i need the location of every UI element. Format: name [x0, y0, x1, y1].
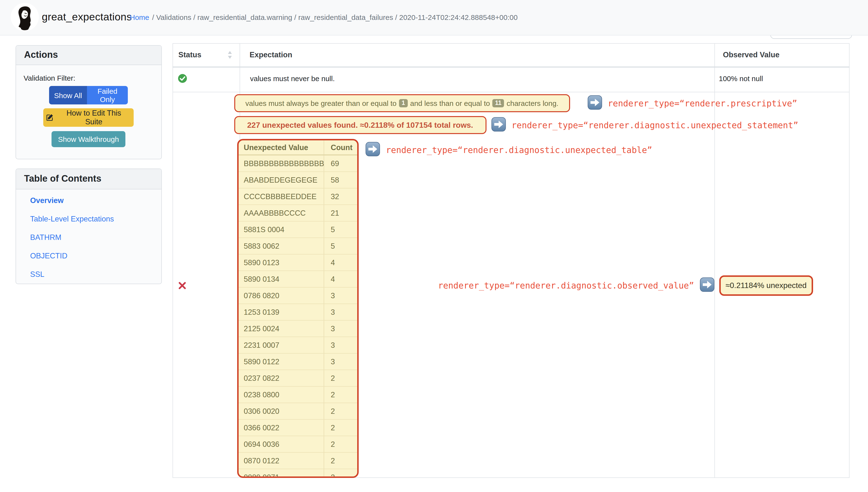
count-cell: 4 [324, 254, 357, 271]
unexpected-table-row: 0366 0022 2 [238, 420, 357, 436]
unexpected-table-row: 5890 0123 4 [238, 254, 357, 271]
unexpected-value-cell: 0870 0122 [238, 456, 324, 465]
breadcrumb: Home / Validations / raw_residential_dat… [130, 0, 518, 35]
brand-title: great_expectations [42, 0, 132, 35]
unexpected-value-cell: CCCCBBBBEEDDEE [238, 192, 324, 201]
toc-link[interactable]: SSL [30, 265, 156, 284]
unexpected-value-cell: 2125 0024 [238, 324, 324, 333]
toc-title: Table of Contents [16, 169, 161, 189]
header-divider [172, 66, 849, 67]
show-all-button[interactable]: Show All [49, 86, 87, 104]
great-expectations-logo-icon [11, 3, 39, 31]
unexpected-table-row: 0870 0122 2 [238, 453, 357, 469]
unexpected-table-row: 2125 0024 3 [238, 321, 357, 337]
count-cell: 5 [324, 221, 357, 238]
count-cell: 5 [324, 238, 357, 254]
unexpected-value-cell: 2231 0007 [238, 341, 324, 349]
breadcrumb-trail: / Validations / raw_residential_data.war… [152, 14, 518, 22]
unexpected-table-row: 0989 0071 2 [238, 469, 357, 478]
top-navbar: great_expectations Home / Validations / … [0, 0, 868, 35]
max-value-badge: 11 [492, 99, 504, 107]
sort-icon[interactable] [228, 51, 232, 61]
observed-value-column-header: Observed Value [723, 50, 779, 59]
count-cell: 58 [324, 172, 357, 188]
count-cell: 3 [324, 321, 357, 337]
unexpected-table-row: 0238 0800 2 [238, 387, 357, 403]
unexpected-value-cell: 5881S 0004 [238, 225, 324, 234]
count-cell: 2 [324, 453, 357, 469]
unexpected-value-cell: 5890 0122 [238, 357, 324, 366]
count-cell: 2 [324, 436, 357, 452]
table-of-contents-panel: Table of Contents OverviewTable-Level Ex… [15, 168, 162, 284]
prescriptive-text: values must always be greater than or eq… [245, 99, 397, 107]
count-cell: 2 [324, 469, 357, 478]
observed-value-callout: ≈0.21184% unexpected [719, 275, 813, 296]
toc-link[interactable]: OBJECTID [30, 246, 156, 265]
count-cell: 69 [324, 155, 357, 171]
unexpected-table-row: 5883 0062 5 [238, 238, 357, 254]
failed-only-button[interactable]: Failed Only [87, 86, 128, 104]
unexpected-value-cell: 0366 0022 [238, 423, 324, 432]
unexpected-table-row: 2231 0007 3 [238, 337, 357, 353]
prescriptive-text: characters long. [507, 99, 558, 107]
unexpected-value-cell: 0989 0071 [238, 473, 324, 478]
success-check-icon [178, 74, 187, 85]
failed-x-icon [178, 281, 187, 292]
actions-panel-title: Actions [16, 45, 161, 65]
actions-panel: Actions Validation Filter: Show All Fail… [15, 45, 162, 159]
renderer-type-annotation: renderer_type=“renderer.prescriptive” [608, 98, 797, 108]
toc-link[interactable]: Overview [30, 191, 156, 210]
count-cell: 21 [324, 205, 357, 221]
count-cell: 3 [324, 353, 357, 370]
edit-suite-label: How to Edit This Suite [57, 109, 131, 126]
unexpected-table-row: ABABDEDEGEGEGE 58 [238, 172, 357, 189]
count-cell: 2 [324, 387, 357, 403]
unexpected-table-row: 0694 0036 2 [238, 436, 357, 453]
row-divider [172, 92, 849, 92]
observed-value-failed-text: ≈0.21184% unexpected [726, 281, 807, 290]
unexpected-value-cell: AAAABBBBCCCC [238, 208, 324, 217]
count-cell: 3 [324, 337, 357, 353]
expectation-column-header: Expectation [250, 50, 292, 59]
unexpected-statement-text: 227 unexpected values found. ≈0.2118% of… [247, 121, 473, 129]
unexpected-value-cell: 0237 0822 [238, 374, 324, 383]
breadcrumb-home-link[interactable]: Home [130, 14, 149, 22]
renderer-type-annotation: renderer_type=“renderer.diagnostic.unexp… [512, 120, 798, 130]
unexpected-table-row: AAAABBBBCCCC 21 [238, 205, 357, 221]
status-column-header[interactable]: Status [178, 50, 202, 59]
count-cell: 2 [324, 403, 357, 419]
unexpected-value-header: Unexpected Value [238, 143, 324, 152]
unexpected-value-cell: BBBBBBBBBBBBBBBB [238, 159, 324, 168]
page: great_expectations Home / Validations / … [0, 0, 868, 492]
unexpected-value-cell: 5883 0062 [238, 242, 324, 250]
right-arrow-icon [366, 142, 380, 158]
count-cell: 32 [324, 189, 357, 204]
prescriptive-callout: values must always be greater than or eq… [234, 94, 570, 112]
toc-link[interactable]: BATHRM [30, 228, 156, 246]
unexpected-statement-callout: 227 unexpected values found. ≈0.2118% of… [234, 116, 486, 134]
count-cell: 2 [324, 420, 357, 436]
observed-value-text: 100% not null [719, 74, 763, 82]
min-value-badge: 1 [399, 99, 408, 107]
toc-link[interactable]: Table-Level Expectations [30, 210, 156, 228]
renderer-type-annotation: renderer_type=“renderer.diagnostic.obser… [438, 280, 694, 290]
unexpected-value-cell: 0238 0800 [238, 390, 324, 399]
right-arrow-icon [587, 95, 602, 112]
unexpected-table-header: Unexpected Value Count [238, 140, 357, 155]
prescriptive-text: and less than or equal to [410, 99, 490, 107]
show-walkthrough-button[interactable]: Show Walkthrough [51, 131, 125, 147]
edit-suite-button[interactable]: How to Edit This Suite [43, 108, 134, 127]
right-arrow-icon [700, 277, 714, 294]
count-cell: 2 [324, 370, 357, 386]
unexpected-table-row: CCCCBBBBEEDDEE 32 [238, 189, 357, 205]
unexpected-value-cell: 1253 0139 [238, 308, 324, 316]
unexpected-table-row: 5890 0122 3 [238, 353, 357, 370]
unexpected-table-row: BBBBBBBBBBBBBBBB 69 [238, 155, 357, 172]
unexpected-table-row: 0237 0822 2 [238, 370, 357, 387]
count-cell: 3 [324, 304, 357, 320]
pencil-square-icon [46, 114, 53, 121]
unexpected-value-cell: 0306 0020 [238, 407, 324, 416]
right-arrow-icon [491, 117, 506, 133]
validation-filter-label: Validation Filter: [24, 74, 75, 82]
unexpected-table-row: 5881S 0004 5 [238, 221, 357, 238]
